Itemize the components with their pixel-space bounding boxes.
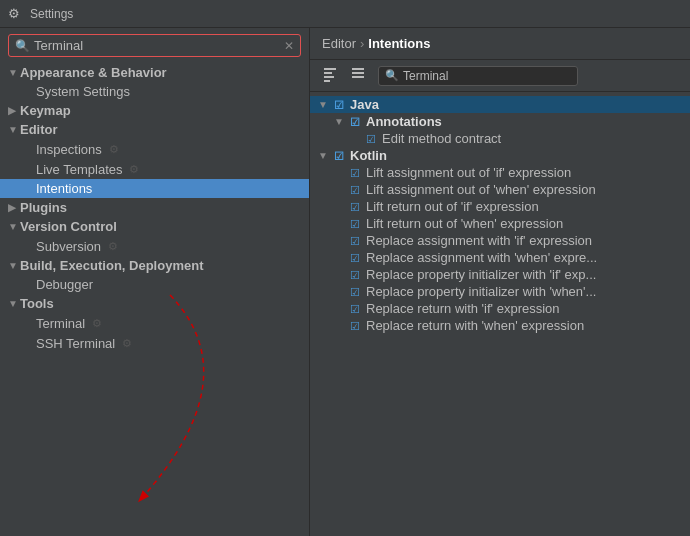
svg-rect-5 (352, 68, 364, 70)
sidebar-label: Plugins (20, 200, 67, 215)
svg-rect-1 (324, 68, 336, 70)
checkbox[interactable]: ☑ (348, 200, 362, 214)
sidebar-item-intentions[interactable]: Intentions (0, 179, 309, 198)
sidebar-item-build-execution[interactable]: Build, Execution, Deployment (0, 256, 309, 275)
sidebar-label: Subversion (36, 239, 101, 254)
checkbox[interactable]: ☑ (348, 217, 362, 231)
sidebar-item-plugins[interactable]: Plugins (0, 198, 309, 217)
settings-gear-icon: ⚙ (106, 141, 122, 157)
arrow-icon (8, 67, 20, 78)
search-icon: 🔍 (15, 39, 30, 53)
sidebar-item-live-templates[interactable]: Live Templates ⚙ (0, 159, 309, 179)
sidebar-item-tools[interactable]: Tools (0, 294, 309, 313)
expand-icon (318, 150, 332, 161)
sidebar-item-terminal[interactable]: Terminal ⚙ (0, 313, 309, 333)
right-search-icon: 🔍 (385, 69, 399, 82)
sidebar-label: Debugger (36, 277, 93, 292)
intentions-replace-assignment-if[interactable]: ☑ Replace assignment with 'if' expressio… (310, 232, 690, 249)
right-search-box[interactable]: 🔍 (378, 66, 578, 86)
checkbox-edit-method[interactable]: ☑ (364, 132, 378, 146)
settings-icon: ⚙ (8, 6, 24, 22)
settings-gear-icon: ⚙ (119, 335, 135, 351)
intentions-lift-assignment-when[interactable]: ☑ Lift assignment out of 'when' expressi… (310, 181, 690, 198)
sidebar-item-inspections[interactable]: Inspections ⚙ (0, 139, 309, 159)
checkbox[interactable]: ☑ (348, 268, 362, 282)
arrow-icon (8, 105, 20, 116)
settings-gear-icon: ⚙ (105, 238, 121, 254)
sidebar-label: System Settings (36, 84, 130, 99)
sidebar-label: Appearance & Behavior (20, 65, 167, 80)
intentions-tree: ☑ Java ☑ Annotations ☑ Edit method contr… (310, 92, 690, 536)
intentions-replace-property-init-if[interactable]: ☑ Replace property initializer with 'if'… (310, 266, 690, 283)
intentions-replace-property-init-when[interactable]: ☑ Replace property initializer with 'whe… (310, 283, 690, 300)
intentions-lift-assignment-if[interactable]: ☑ Lift assignment out of 'if' expression (310, 164, 690, 181)
sidebar-label: Live Templates (36, 162, 122, 177)
sidebar-item-system-settings[interactable]: System Settings (0, 82, 309, 101)
collapse-all-button[interactable] (346, 64, 370, 87)
right-toolbar: 🔍 (310, 60, 690, 92)
sidebar-label: SSH Terminal (36, 336, 115, 351)
checkbox[interactable]: ☑ (348, 251, 362, 265)
right-search-input[interactable] (403, 69, 571, 83)
intentions-label: Replace property initializer with 'if' e… (366, 267, 596, 282)
intentions-label: Replace property initializer with 'when'… (366, 284, 596, 299)
intentions-label: Lift return out of 'when' expression (366, 216, 563, 231)
intentions-label: Lift assignment out of 'if' expression (366, 165, 571, 180)
search-box[interactable]: 🔍 ✕ (8, 34, 301, 57)
intentions-annotations-group[interactable]: ☑ Annotations (310, 113, 690, 130)
arrow-icon (8, 221, 20, 232)
search-clear-icon[interactable]: ✕ (284, 39, 294, 53)
svg-rect-7 (352, 76, 364, 78)
breadcrumb: Editor › Intentions (310, 28, 690, 60)
intentions-kotlin-group[interactable]: ☑ Kotlin (310, 147, 690, 164)
expand-all-button[interactable] (318, 64, 342, 87)
intentions-edit-method-contract[interactable]: ☑ Edit method contract (310, 130, 690, 147)
svg-rect-2 (324, 72, 332, 74)
checkbox[interactable]: ☑ (348, 285, 362, 299)
checkbox[interactable]: ☑ (348, 183, 362, 197)
sidebar-label: Build, Execution, Deployment (20, 258, 203, 273)
sidebar-label: Terminal (36, 316, 85, 331)
search-input[interactable] (34, 38, 284, 53)
intentions-label: Lift assignment out of 'when' expression (366, 182, 596, 197)
sidebar-label: Keymap (20, 103, 71, 118)
expand-icon (318, 99, 332, 110)
checkbox[interactable]: ☑ (348, 234, 362, 248)
sidebar-label: Intentions (36, 181, 92, 196)
arrow-icon (8, 202, 20, 213)
intentions-label: Replace return with 'when' expression (366, 318, 584, 333)
sidebar-item-editor[interactable]: Editor (0, 120, 309, 139)
intentions-lift-return-if[interactable]: ☑ Lift return out of 'if' expression (310, 198, 690, 215)
breadcrumb-current: Intentions (368, 36, 430, 51)
title-text: Settings (30, 7, 73, 21)
checkbox[interactable]: ☑ (348, 319, 362, 333)
intentions-label: Lift return out of 'if' expression (366, 199, 539, 214)
sidebar-label: Tools (20, 296, 54, 311)
title-bar: ⚙ Settings (0, 0, 690, 28)
intentions-java-group[interactable]: ☑ Java (310, 96, 690, 113)
arrow-icon (8, 298, 20, 309)
checkbox-java[interactable]: ☑ (332, 98, 346, 112)
intentions-label: Annotations (366, 114, 442, 129)
sidebar-item-debugger[interactable]: Debugger (0, 275, 309, 294)
intentions-replace-assignment-when[interactable]: ☑ Replace assignment with 'when' expre..… (310, 249, 690, 266)
sidebar-item-keymap[interactable]: Keymap (0, 101, 309, 120)
sidebar-item-appearance[interactable]: Appearance & Behavior (0, 63, 309, 82)
sidebar-item-version-control[interactable]: Version Control (0, 217, 309, 236)
checkbox[interactable]: ☑ (348, 166, 362, 180)
intentions-replace-return-when[interactable]: ☑ Replace return with 'when' expression (310, 317, 690, 334)
intentions-label: Replace assignment with 'when' expre... (366, 250, 597, 265)
intentions-lift-return-when[interactable]: ☑ Lift return out of 'when' expression (310, 215, 690, 232)
sidebar-item-ssh-terminal[interactable]: SSH Terminal ⚙ (0, 333, 309, 353)
intentions-replace-return-if[interactable]: ☑ Replace return with 'if' expression (310, 300, 690, 317)
settings-gear-icon: ⚙ (89, 315, 105, 331)
sidebar-item-subversion[interactable]: Subversion ⚙ (0, 236, 309, 256)
left-panel: 🔍 ✕ Appearance & Behavior System Setting… (0, 28, 310, 536)
svg-rect-3 (324, 76, 334, 78)
intentions-label: Edit method contract (382, 131, 501, 146)
checkbox[interactable]: ☑ (348, 302, 362, 316)
sidebar-label: Version Control (20, 219, 117, 234)
checkbox-annotations[interactable]: ☑ (348, 115, 362, 129)
right-panel: Editor › Intentions � (310, 28, 690, 536)
checkbox-kotlin[interactable]: ☑ (332, 149, 346, 163)
